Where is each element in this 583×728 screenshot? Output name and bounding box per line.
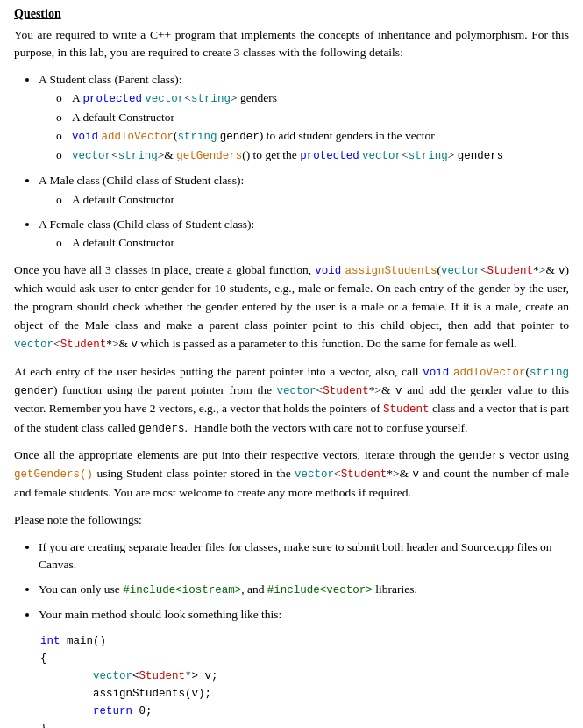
kw-void3: void: [423, 367, 449, 379]
kw-vector7: vector: [295, 468, 334, 481]
include-vector: #include<vector>: [267, 584, 373, 596]
note-intro: Please note the followings:: [14, 511, 569, 530]
keyword-void1: void: [72, 131, 98, 143]
kw-vector4: vector: [441, 265, 480, 277]
kw-int: int: [40, 635, 60, 647]
param-v3: v: [395, 385, 402, 397]
param-gender2: gender: [14, 385, 53, 397]
paragraph-2: At each entry of the user besides puttin…: [14, 363, 569, 439]
keyword-vector3: vector: [362, 150, 402, 162]
keyword-protected: protected: [82, 93, 142, 105]
var-genders3: genders: [459, 450, 505, 462]
student-sub-item-4: vector<string>& getGenders() to get the …: [56, 146, 569, 165]
param-v4: v: [412, 468, 419, 481]
code-line-4: assignStudents(v);: [93, 685, 569, 703]
param-gender1: gender: [220, 131, 260, 143]
func-getgenders: getGenders: [176, 150, 242, 162]
code-line-1: int main(): [40, 632, 569, 650]
keyword-string3: string: [118, 150, 158, 162]
code-line-3: vector<Student*> v;: [93, 667, 569, 685]
code-line-2: {: [40, 650, 569, 667]
kw-return: return: [93, 705, 132, 717]
func-addtovector2: addToVector: [453, 367, 526, 379]
code-block: int main() { vector<Student*> v; assignS…: [40, 632, 569, 728]
include-iostream: #include<iostream>: [123, 584, 241, 596]
kw-student6: Student: [139, 670, 186, 682]
kw-string5: string: [530, 367, 569, 379]
keyword-string1: string: [191, 93, 231, 105]
kw-student3: Student: [323, 385, 369, 397]
var-genders2: genders: [139, 423, 185, 435]
male-class-item: A Male class (Child class of Student cla…: [39, 172, 569, 209]
note-item-1: If you are creating separate header file…: [39, 539, 569, 575]
section-header: Question: [14, 7, 569, 21]
male-sub-item-1: A default Constructor: [56, 190, 569, 210]
code-line-6: }: [40, 720, 569, 728]
func-getgenders2: getGenders(): [14, 468, 93, 481]
var-genders: genders: [458, 150, 504, 162]
paragraph-1: Once you have all 3 classes in place, cr…: [14, 261, 569, 354]
student-sub-item-1: A protected vector<string> genders: [56, 89, 569, 108]
keyword-string4: string: [409, 150, 448, 162]
param-v1: v: [558, 265, 565, 277]
male-sub-list: A default Constructor: [56, 190, 569, 210]
kw-student1: Student: [487, 265, 534, 277]
kw-vector5: vector: [14, 339, 53, 351]
notes-list: If you are creating separate header file…: [39, 539, 569, 625]
class-list: A Student class (Parent class): A protec…: [39, 71, 569, 253]
student-sub-item-3: void addToVector(string gender) to add s…: [56, 126, 569, 146]
question-section: Question You are required to write a C++…: [14, 7, 569, 728]
func-addtovector: addToVector: [101, 131, 174, 143]
kw-void2: void: [315, 265, 341, 277]
paragraph-3: Once all the appropriate elements are pu…: [14, 446, 569, 503]
note-item-3: Your main method should look something l…: [39, 606, 569, 624]
female-sub-list: A default Constructor: [56, 233, 569, 253]
keyword-vector2: vector: [72, 150, 111, 162]
female-sub-item-1: A default Constructor: [56, 233, 569, 253]
student-sub-item-2: A default Constructor: [56, 108, 569, 127]
func-assignstudents: assignStudents: [345, 265, 437, 277]
param-v2: v: [131, 339, 138, 351]
student-class-item: A Student class (Parent class): A protec…: [39, 71, 569, 166]
keyword-protected2: protected: [300, 150, 359, 162]
code-line-5: return 0;: [93, 703, 569, 720]
keyword-vector1: vector: [145, 93, 184, 105]
kw-vector6: vector: [276, 385, 316, 397]
keyword-string2: string: [177, 131, 217, 143]
kw-student4: Student: [383, 403, 430, 416]
kw-vector8: vector: [93, 670, 132, 682]
intro-paragraph: You are required to write a C++ program …: [14, 26, 569, 62]
student-sub-list: A protected vector<string> genders A def…: [56, 89, 569, 166]
note-item-2: You can only use #include<iostream>, and…: [39, 581, 569, 599]
female-class-item: A Female class (Child class of Student c…: [39, 216, 569, 253]
kw-student5: Student: [341, 468, 387, 481]
kw-student2: Student: [60, 339, 107, 351]
